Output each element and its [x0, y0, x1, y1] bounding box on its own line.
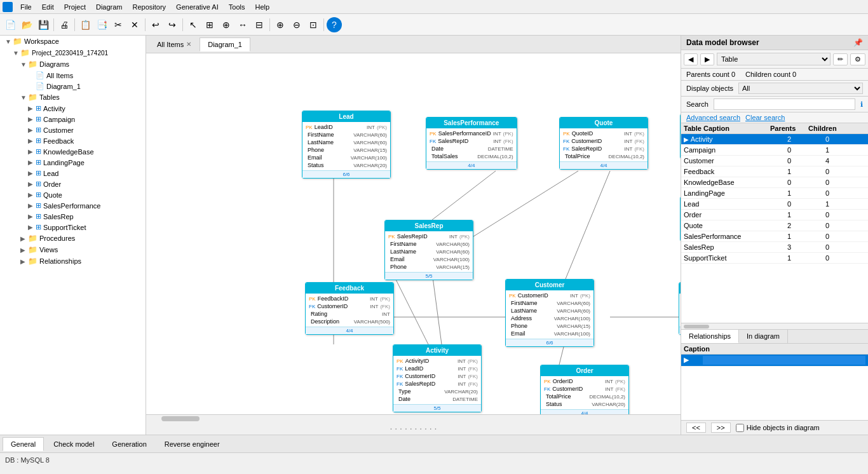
- dmb-row-feedback[interactable]: Feedback 1 0: [681, 166, 868, 177]
- procedures-folder[interactable]: ▶ 📁 Procedures: [0, 233, 146, 244]
- menu-tools[interactable]: Tools: [224, 2, 250, 12]
- menu-project[interactable]: Project: [59, 2, 91, 12]
- tab-reverseengineer[interactable]: Reverse engineer: [156, 437, 228, 451]
- dmb-row-salesrep[interactable]: SalesRep 3 0: [681, 242, 868, 253]
- diagram1-item[interactable]: 📄 Diagram_1: [0, 81, 146, 91]
- hide-objects-checkbox[interactable]: [736, 424, 744, 432]
- group-tool[interactable]: ⊟: [252, 17, 267, 32]
- delete-button[interactable]: ✕: [127, 17, 142, 32]
- dmb-settings-button[interactable]: ⚙: [850, 53, 865, 65]
- diagram-canvas[interactable]: Lead PK LeadID INT (PK) FirstName VARCHA…: [146, 53, 681, 414]
- relationships-folder[interactable]: ▶ 📁 Relationships: [0, 255, 146, 267]
- views-folder[interactable]: ▶ 📁 Views: [0, 244, 146, 255]
- workspace-item[interactable]: ▼ 📁 Workspace: [0, 36, 146, 47]
- hide-objects-label[interactable]: Hide objects in diagram: [736, 424, 820, 432]
- table-lead[interactable]: ▶ ⊞ Lead: [0, 168, 146, 179]
- dmb-rel-row[interactable]: ▶: [681, 355, 868, 367]
- er-table-feedback[interactable]: Feedback PK FeedbackID INT (PK) FK Custo…: [305, 282, 394, 335]
- tab-allitems[interactable]: All Items ✕: [149, 37, 200, 51]
- table-feedback[interactable]: ▶ ⊞ Feedback: [0, 135, 146, 146]
- project-item[interactable]: ▼ 📁 Project_20230419_174201: [0, 47, 146, 58]
- tables-folder[interactable]: ▼ 📁 Tables: [0, 91, 146, 103]
- menu-generative-ai[interactable]: Generative AI: [171, 2, 224, 12]
- dmb-row-activity[interactable]: ▶ Activity 2 0: [681, 134, 868, 145]
- save-button[interactable]: 💾: [36, 17, 51, 32]
- paste-button[interactable]: 📑: [94, 17, 109, 32]
- cut-button[interactable]: ✂: [111, 17, 126, 32]
- dmb-hscroll[interactable]: [681, 323, 868, 329]
- er-table-campaign[interactable]: Campaign PK CampaignID INT (PK) Name VAR…: [680, 114, 681, 159]
- zoom-in-button[interactable]: ⊕: [273, 17, 288, 32]
- help-button[interactable]: ?: [327, 17, 342, 32]
- dmb-table-select[interactable]: Table: [717, 53, 831, 65]
- dmb-tab-relationships[interactable]: Relationships: [681, 330, 739, 343]
- menu-diagram[interactable]: Diagram: [91, 2, 128, 12]
- copy-button[interactable]: 📋: [78, 17, 93, 32]
- dmb-row-knowledgebase[interactable]: KnowledgeBase 0 0: [681, 177, 868, 188]
- advanced-search-link[interactable]: Advanced search: [686, 114, 740, 121]
- clear-search-link[interactable]: Clear search: [745, 114, 785, 121]
- table-salesrep[interactable]: ▶ ⊞ SalesRep: [0, 211, 146, 222]
- nav-right-button[interactable]: >>: [711, 423, 731, 433]
- table-landingpage[interactable]: ▶ ⊞ LandingPage: [0, 157, 146, 168]
- er-table-landingpage[interactable]: LandingPage PK LandingPageID INT (PK) FK…: [680, 196, 681, 241]
- tab-checkmodel[interactable]: Check model: [45, 437, 102, 451]
- dmb-row-order[interactable]: Order 1 0: [681, 210, 868, 220]
- dmb-row-salesperformance[interactable]: SalesPerformance 1 0: [681, 231, 868, 242]
- menu-help[interactable]: Help: [250, 2, 275, 12]
- table-activity[interactable]: ▶ ⊞ Activity: [0, 103, 146, 114]
- er-table-customer[interactable]: Customer PK CustomerID INT (PK) FirstNam…: [505, 279, 594, 347]
- table-supportticket[interactable]: ▶ ⊞ SupportTicket: [0, 222, 146, 233]
- tab-generation[interactable]: Generation: [104, 437, 154, 451]
- nav-left-button[interactable]: <<: [686, 423, 706, 433]
- dmb-edit-button[interactable]: ✏: [833, 53, 848, 65]
- hscroll-thumb[interactable]: [161, 416, 200, 421]
- table-quote[interactable]: ▶ ⊞ Quote: [0, 189, 146, 200]
- allitems-item[interactable]: 📄 All Items: [0, 70, 146, 81]
- table-order[interactable]: ▶ ⊞ Order: [0, 179, 146, 189]
- dmb-forward-button[interactable]: ▶: [700, 53, 714, 65]
- table-tool[interactable]: ⊞: [202, 17, 217, 32]
- menu-file[interactable]: File: [15, 2, 37, 12]
- menu-edit[interactable]: Edit: [37, 2, 59, 12]
- open-button[interactable]: 📂: [19, 17, 34, 32]
- table-customer[interactable]: ▶ ⊞ Customer: [0, 125, 146, 135]
- redo-button[interactable]: ↪: [165, 17, 180, 32]
- undo-button[interactable]: ↩: [148, 17, 163, 32]
- insert-tool[interactable]: ⊕: [219, 17, 234, 32]
- er-table-supportticket[interactable]: SupportTicket PK TicketID INT (PK) FK Cu…: [679, 282, 681, 335]
- er-table-lead[interactable]: Lead PK LeadID INT (PK) FirstName VARCHA…: [302, 111, 391, 179]
- er-table-order[interactable]: Order PK OrderID INT (PK) FK CustomerID …: [540, 365, 629, 414]
- zoom-out-button[interactable]: ⊖: [289, 17, 304, 32]
- er-table-activity[interactable]: Activity PK ActivityID INT (PK) FK LeadI…: [393, 344, 482, 412]
- canvas-hscroll[interactable]: [146, 414, 681, 422]
- new-button[interactable]: 📄: [3, 17, 18, 32]
- tab-diagram1[interactable]: Diagram_1: [200, 37, 250, 51]
- tab-general[interactable]: General: [3, 437, 44, 451]
- print-button[interactable]: 🖨: [57, 17, 72, 32]
- table-knowledgebase[interactable]: ▶ ⊞ KnowledgeBase: [0, 146, 146, 157]
- dmb-row-campaign[interactable]: Campaign 0 1: [681, 145, 868, 156]
- er-table-salesrep[interactable]: SalesRep PK SalesRepID INT (PK) FirstNam…: [384, 220, 473, 280]
- er-table-quote[interactable]: Quote PK QuoteID INT (PK) FK CustomerID …: [559, 117, 648, 170]
- relation-tool[interactable]: ↔: [235, 17, 250, 32]
- dmb-row-lead[interactable]: Lead 0 1: [681, 199, 868, 210]
- dmb-tab-indiagram[interactable]: In diagram: [739, 330, 788, 343]
- select-tool[interactable]: ↖: [186, 17, 201, 32]
- dmb-row-landingpage[interactable]: LandingPage 1 0: [681, 188, 868, 199]
- display-objects-select[interactable]: All: [738, 83, 863, 94]
- tab-allitems-close[interactable]: ✕: [186, 41, 191, 48]
- dmb-row-customer[interactable]: Customer 0 4: [681, 156, 868, 166]
- table-salesperformance[interactable]: ▶ ⊞ SalesPerformance: [0, 200, 146, 211]
- menu-repository[interactable]: Repository: [128, 2, 172, 12]
- zoom-fit-button[interactable]: ⊡: [306, 17, 321, 32]
- dmb-row-quote[interactable]: Quote 2 0: [681, 220, 868, 231]
- search-input[interactable]: [714, 98, 855, 110]
- dmb-row-supportticket[interactable]: SupportTicket 1 0: [681, 253, 868, 264]
- dmb-pin-icon[interactable]: 📌: [853, 38, 863, 47]
- table-campaign[interactable]: ▶ ⊞ Campaign: [0, 114, 146, 125]
- er-table-salesperformance[interactable]: SalesPerformance PK SalesPerformanceID I…: [426, 117, 517, 170]
- diagrams-folder[interactable]: ▼ 📁 Diagrams: [0, 58, 146, 70]
- dmb-back-button[interactable]: ◀: [684, 53, 698, 65]
- dmb-hscroll-thumb[interactable]: [684, 325, 709, 328]
